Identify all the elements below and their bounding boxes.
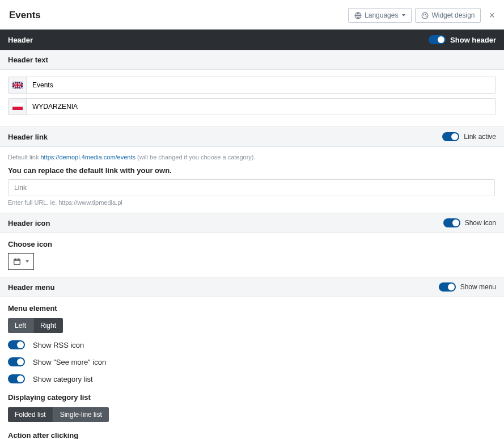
header-menu-title: Header menu [8,283,54,292]
palette-icon [421,12,429,19]
svg-rect-12 [14,259,20,264]
default-link-text: Default link https://demopl.4media.com/e… [8,154,496,161]
flag-pl-icon [9,99,27,115]
link-input[interactable] [8,179,495,196]
icon-picker[interactable] [8,253,34,270]
svg-point-3 [425,14,426,14]
show-rss-label: Show RSS icon [33,341,84,349]
show-category-list-label: Show category list [33,375,93,383]
default-link-url[interactable]: https://demopl.4media.com/events [40,154,135,161]
show-header-toggle[interactable] [429,35,446,44]
display-cat-folded[interactable]: Folded list [8,407,53,422]
header-text-en-input[interactable] [27,77,495,93]
calendar-icon [13,258,21,265]
chevron-down-icon [26,260,29,263]
svg-rect-9 [12,85,23,86]
link-hint: Enter full URL. ie. https://www.tipmedia… [8,199,496,206]
show-menu-toggle[interactable] [439,282,456,292]
globe-icon [354,12,362,19]
show-icon-label: Show icon [465,219,496,227]
languages-button[interactable]: Languages [348,8,412,23]
link-active-label: Link active [464,133,496,141]
show-header-label: Show header [450,36,496,44]
flag-gb-icon [9,77,27,93]
chevron-down-icon [402,14,405,16]
menu-side-right[interactable]: Right [33,318,63,333]
header-section-title: Header [8,36,33,44]
svg-rect-10 [12,103,23,107]
header-link-title: Header link [8,133,48,141]
widget-design-button[interactable]: Widget design [415,8,481,23]
menu-side-left[interactable]: Left [8,318,33,333]
action-after-click-label: Action after clicking [8,431,496,439]
header-text-en-row [8,77,496,94]
display-category-label: Displaying category list [8,393,496,402]
svg-point-2 [423,14,424,15]
svg-rect-11 [12,107,23,110]
menu-side-segmented: Left Right [8,318,63,333]
svg-point-4 [426,16,427,16]
show-icon-toggle[interactable] [443,218,460,227]
menu-element-label: Menu element [8,304,496,313]
show-seemore-label: Show "See more" icon [33,358,106,366]
link-active-toggle[interactable] [442,132,459,141]
header-icon-title: Header icon [8,219,50,227]
close-icon[interactable]: × [489,10,495,20]
svg-point-1 [422,12,429,19]
display-cat-single[interactable]: Single-line list [53,407,109,422]
page-title: Events [9,10,345,21]
show-seemore-toggle[interactable] [8,357,25,366]
header-text-title: Header text [8,56,48,64]
replace-link-label: You can replace the default link with yo… [8,166,496,175]
show-rss-toggle[interactable] [8,340,25,349]
display-category-segmented: Folded list Single-line list [8,407,109,422]
header-text-pl-input[interactable] [27,99,495,115]
show-category-list-toggle[interactable] [8,374,25,383]
header-text-pl-row [8,98,496,115]
choose-icon-label: Choose icon [8,240,496,248]
show-menu-label: Show menu [460,283,496,291]
